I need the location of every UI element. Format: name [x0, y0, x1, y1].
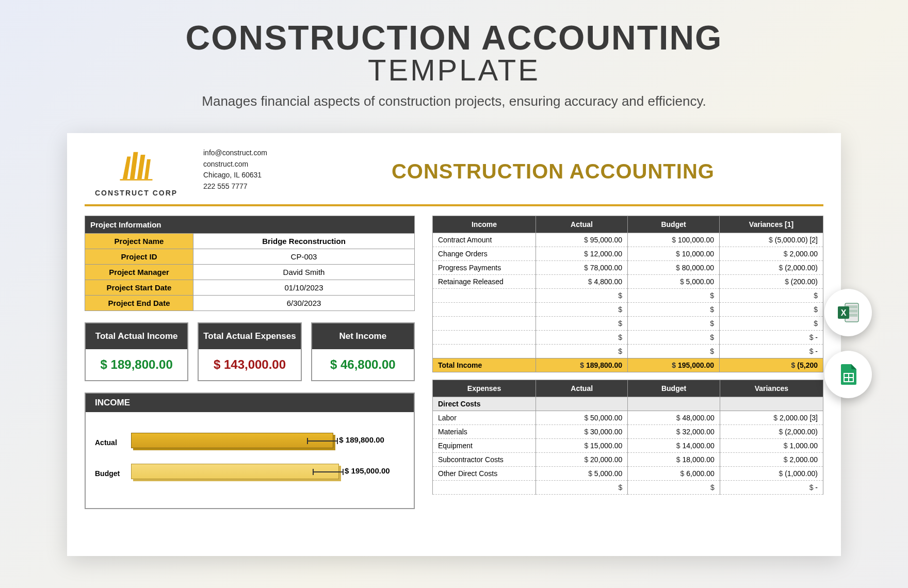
project-row-label: Project ID — [85, 249, 193, 264]
google-sheets-icon — [836, 362, 861, 387]
buildings-icon — [113, 148, 159, 184]
svg-marker-3 — [144, 159, 151, 179]
row-actual: $ 5,000.00 — [536, 466, 628, 480]
expenses-header: Budget — [628, 380, 720, 397]
row-budget: $ 5,000.00 — [628, 274, 720, 288]
project-info-table: Project Information Project Name Bridge … — [85, 216, 415, 311]
row-actual: $ 20,000.00 — [536, 452, 628, 466]
row-label: Materials — [433, 424, 536, 438]
row-variance: $ 2,000.00 — [720, 247, 823, 260]
row-variance: $ (2,000.00) — [720, 260, 823, 274]
row-actual: $ 78,000.00 — [536, 260, 628, 274]
expenses-header: Expenses — [433, 380, 536, 397]
total-expenses-card: Total Actual Expenses $ 143,000.00 — [198, 322, 301, 381]
row-label: Progress Payments — [433, 260, 536, 274]
expenses-header: Actual — [536, 380, 628, 397]
project-row-label: Project Manager — [85, 264, 193, 280]
row-variance: $ 2,000.00 — [720, 452, 823, 466]
svg-text:X: X — [841, 308, 847, 317]
chart-bar-label: Budget — [95, 469, 131, 478]
row-label: Subcontractor Costs — [433, 452, 536, 466]
row-budget: $ 100,000.00 — [628, 233, 720, 247]
spreadsheet-preview: CONSTRUCT CORP info@construct.com constr… — [67, 133, 841, 556]
row-actual: $ 12,000.00 — [536, 247, 628, 260]
row-actual: $ 95,000.00 — [536, 233, 628, 247]
table-row: Equipment $ 15,000.00 $ 14,000.00 $ 1,00… — [433, 438, 823, 452]
row-label: Equipment — [433, 438, 536, 452]
row-budget: $ 48,000.00 — [628, 411, 720, 424]
row-actual: $ 15,000.00 — [536, 438, 628, 452]
table-row-empty: $$$ — [433, 288, 823, 302]
project-row-label: Project End Date — [85, 295, 193, 311]
row-actual: $ 4,800.00 — [536, 274, 628, 288]
error-bar — [307, 440, 338, 442]
company-phone: 222 555 7777 — [203, 181, 267, 192]
row-budget: $ 18,000.00 — [628, 452, 720, 466]
svg-marker-0 — [123, 156, 131, 179]
table-row: Retainage Released $ 4,800.00 $ 5,000.00… — [433, 274, 823, 288]
svg-marker-2 — [137, 155, 145, 179]
net-income-card: Net Income $ 46,800.00 — [311, 322, 415, 381]
income-header: Variances [1] — [720, 216, 823, 233]
table-row-empty: $$$ - — [433, 344, 823, 358]
page-subtitle: Manages financial aspects of constructio… — [0, 93, 908, 109]
gold-divider — [85, 204, 823, 206]
company-web: construct.com — [203, 159, 267, 170]
table-row: Materials $ 30,000.00 $ 32,000.00 $ (2,0… — [433, 424, 823, 438]
income-total-row: Total Income $ 189,800.00 $ 195,000.00 $… — [433, 358, 823, 372]
company-name: CONSTRUCT CORP — [85, 189, 188, 197]
row-budget: $ 32,000.00 — [628, 424, 720, 438]
table-row: Change Orders $ 12,000.00 $ 10,000.00 $ … — [433, 247, 823, 260]
total-income-card: Total Actual Income $ 189,800.00 — [85, 322, 188, 381]
google-sheets-download-button[interactable] — [824, 351, 872, 398]
row-label: Labor — [433, 411, 536, 424]
table-row: Progress Payments $ 78,000.00 $ 80,000.0… — [433, 260, 823, 274]
table-row: Contract Amount $ 95,000.00 $ 100,000.00… — [433, 233, 823, 247]
income-header: Budget — [628, 216, 720, 233]
row-budget: $ 80,000.00 — [628, 260, 720, 274]
error-bar — [313, 471, 344, 472]
row-variance: $ (5,000.00) [2] — [720, 233, 823, 247]
row-budget: $ 10,000.00 — [628, 247, 720, 260]
project-row-label: Project Name — [85, 233, 193, 249]
row-actual: $ 30,000.00 — [536, 424, 628, 438]
row-actual: $ 50,000.00 — [536, 411, 628, 424]
table-row-empty: $$$ - — [433, 480, 823, 494]
row-variance: $ (2,000.00) — [720, 424, 823, 438]
page-title-line1: CONSTRUCTION ACCOUNTING — [0, 21, 908, 55]
table-row-empty: $$$ — [433, 302, 823, 316]
company-contact: info@construct.com construct.com Chicago… — [203, 148, 267, 192]
page-title-line2: TEMPLATE — [0, 55, 908, 86]
chart-bar-value: $ 189,800.00 — [339, 435, 384, 444]
excel-download-button[interactable]: X — [824, 289, 872, 336]
project-row-label: Project Start Date — [85, 280, 193, 295]
row-budget: $ 14,000.00 — [628, 438, 720, 452]
total-expenses-value: $ 143,000.00 — [199, 349, 300, 380]
row-label: Retainage Released — [433, 274, 536, 288]
row-label: Contract Amount — [433, 233, 536, 247]
income-header: Income — [433, 216, 536, 233]
net-income-label: Net Income — [312, 323, 414, 349]
company-email: info@construct.com — [203, 148, 267, 159]
chart-bar-row: Budget $ 195,000.00 — [95, 464, 404, 483]
project-row-value: 6/30/2023 — [193, 295, 415, 311]
table-row: Other Direct Costs $ 5,000.00 $ 6,000.00… — [433, 466, 823, 480]
row-variance: $ 2,000.00 [3] — [720, 411, 823, 424]
document-title: CONSTRUCTION ACCOUNTING — [283, 160, 823, 183]
row-variance: $ 1,000.00 — [720, 438, 823, 452]
total-expenses-label: Total Actual Expenses — [199, 323, 300, 349]
row-label: Change Orders — [433, 247, 536, 260]
company-logo-block: CONSTRUCT CORP — [85, 148, 188, 197]
row-variance: $ (1,000.00) — [720, 466, 823, 480]
chart-bar-label: Actual — [95, 438, 131, 447]
income-chart-title: INCOME — [86, 394, 414, 412]
income-chart: INCOME Actual $ 189,800.00 Budget $ 195,… — [85, 393, 415, 509]
chart-bar-value: $ 195,000.00 — [345, 466, 390, 475]
row-variance: $ (200.00) — [720, 274, 823, 288]
project-row-value: 01/10/2023 — [193, 280, 415, 295]
svg-rect-4 — [120, 179, 153, 181]
expenses-section-row: Direct Costs — [433, 397, 823, 411]
table-row: Labor $ 50,000.00 $ 48,000.00 $ 2,000.00… — [433, 411, 823, 424]
total-income-value: $ 189,800.00 — [86, 349, 187, 380]
income-table: IncomeActualBudgetVariances [1] Contract… — [432, 216, 823, 372]
